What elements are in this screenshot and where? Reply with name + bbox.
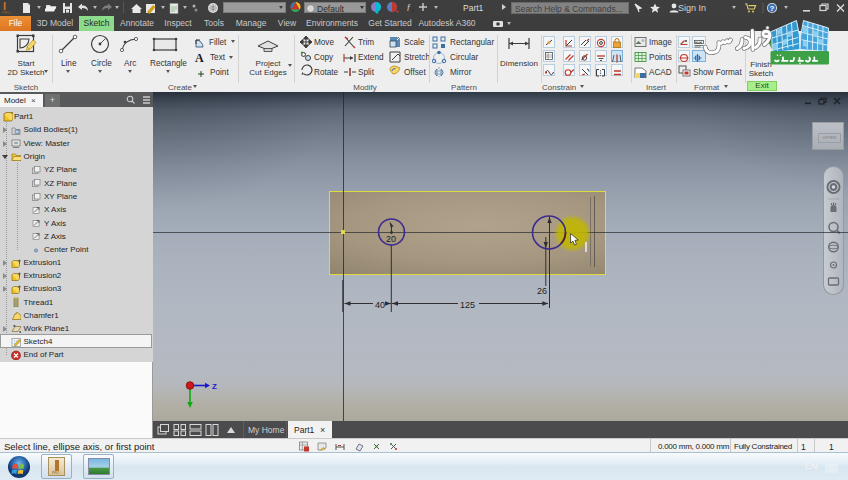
svg-text:125: 125 (460, 300, 475, 310)
svg-text:f: f (407, 3, 411, 13)
svg-text:20: 20 (386, 234, 396, 244)
svg-text:40: 40 (375, 300, 385, 310)
svg-text:A: A (195, 51, 204, 65)
svg-text:?: ? (770, 4, 775, 13)
svg-text:26: 26 (537, 286, 547, 296)
